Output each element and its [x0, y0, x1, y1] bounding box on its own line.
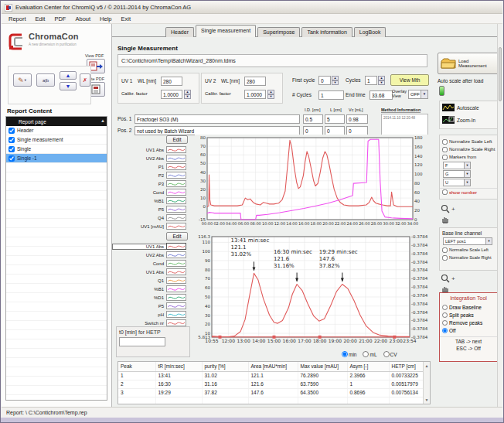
baseline-channel-dropdown[interactable]: LEFT pos1▼	[443, 237, 492, 245]
first-cycle-input[interactable]	[318, 76, 331, 85]
first-cycle-spinner[interactable]: ▲▼	[332, 76, 339, 85]
table-scrollbar[interactable]: ▲▼	[423, 362, 430, 404]
legend-item-p5[interactable]: P5	[113, 205, 190, 213]
integration-radio-remove-peaks[interactable]: Remove peaks	[440, 319, 497, 326]
scroll-down-icon[interactable]: ▼	[424, 397, 430, 402]
upper-chart[interactable]: 00:0002:0004:0006:0008:0010:0012:0014:00…	[195, 135, 431, 229]
delete-page-button[interactable]: ✗	[80, 73, 90, 87]
tab-logbook[interactable]: LogBook	[354, 27, 387, 37]
legend-curve-icon[interactable]	[166, 251, 186, 258]
uv2-wl-input[interactable]	[244, 77, 266, 86]
pos1-id-input[interactable]	[303, 114, 323, 124]
legend-curve-icon[interactable]	[166, 172, 186, 179]
tab-superimpose[interactable]: Superimpose	[257, 27, 300, 37]
uv1-calibr-input[interactable]	[161, 90, 182, 99]
menu-edit[interactable]: Edit	[31, 15, 50, 23]
integration-radio-split-peaks[interactable]: Split peaks	[440, 311, 497, 319]
uv2-calibr-input[interactable]	[244, 90, 266, 99]
marker-select-2[interactable]: G▼	[443, 170, 471, 178]
view-mth-button[interactable]: View Mth	[390, 74, 429, 86]
tab-header[interactable]: Header	[165, 27, 194, 37]
autoscale-led[interactable]	[439, 86, 444, 96]
report-item-checkbox[interactable]	[9, 155, 15, 162]
markers-from-checkbox[interactable]: Markers from	[440, 153, 497, 161]
menu-about[interactable]: About	[70, 15, 95, 23]
legend-item-uv1-mau[interactable]: UV1 [mAU]	[113, 222, 190, 230]
table-column-tr-min-sec[interactable]: tR [min:sec]	[155, 362, 202, 371]
pos1-length-input[interactable]	[325, 114, 345, 124]
unit-radio-ml[interactable]: mL	[363, 351, 376, 357]
magnifier-icon[interactable]	[441, 274, 450, 283]
legend-curve-icon[interactable]	[166, 268, 186, 275]
marker-select-3[interactable]: U▼	[443, 179, 471, 186]
menu-exit[interactable]: Exit	[117, 15, 136, 23]
legend-curve-icon[interactable]	[166, 197, 186, 204]
unit-radio-min[interactable]: min	[342, 351, 356, 357]
legend-item-b1[interactable]: %B1	[113, 196, 190, 205]
table-column-area-mau-min[interactable]: Area [mAU*min]	[248, 362, 298, 371]
legend-curve-icon[interactable]	[166, 302, 186, 309]
table-column-peak[interactable]: Peak	[118, 362, 155, 371]
integration-radio-draw-baseline[interactable]: Draw Baseline	[440, 303, 497, 311]
table-column-max-value-mau[interactable]: Max value [mAU]	[298, 362, 347, 371]
legend-item-p1[interactable]: P1	[113, 162, 190, 171]
legend-item-uv1-abs[interactable]: UV1 Abs	[113, 145, 190, 154]
scroll-up-icon[interactable]: ▲	[100, 118, 105, 123]
legend-curve-icon[interactable]	[166, 180, 186, 187]
move-up-button[interactable]: ▲	[60, 71, 77, 80]
report-item-header[interactable]: Header	[6, 126, 107, 135]
legend-curve-icon[interactable]	[166, 223, 186, 230]
cycles-spinner[interactable]: ▲▼	[378, 76, 385, 85]
unit-radio-cv[interactable]: CV	[383, 351, 397, 357]
tab-tank-information[interactable]: Tank information	[301, 27, 352, 37]
table-column-asym[interactable]: Asym [-]	[347, 362, 389, 371]
autoscale-button[interactable]: Autoscale	[440, 101, 497, 114]
legend-curve-icon[interactable]	[166, 285, 186, 292]
table-row[interactable]: 113:4131.02121.176.28902.39660.00733225	[118, 371, 424, 380]
zoom-plus-icon[interactable]: +	[451, 206, 455, 213]
legend-item-uv2-abs[interactable]: UV2 Abs	[113, 251, 190, 259]
legend-curve-icon[interactable]	[166, 214, 186, 221]
legend-item-p2[interactable]: P2	[113, 171, 190, 179]
show-number-checkbox[interactable]: show number	[440, 188, 497, 196]
report-item-single-1[interactable]: Single -1	[6, 154, 107, 163]
magnifier-icon[interactable]	[441, 204, 450, 213]
menu-help[interactable]: Help	[95, 15, 116, 23]
menu-pdf[interactable]: PDF	[49, 15, 70, 23]
scrollbar-thumb[interactable]	[499, 47, 502, 101]
legend-item-p5[interactable]: P5	[113, 302, 190, 310]
legend-item-uv1-abs[interactable]: UV1 Abs	[113, 268, 190, 276]
legend-item-uv1-abs[interactable]: UV1 Abs	[113, 242, 190, 251]
window-scrollbar[interactable]	[497, 24, 502, 407]
legend-curve-icon[interactable]	[166, 319, 186, 326]
report-item-checkbox[interactable]	[9, 146, 15, 152]
report-item-single-measurement[interactable]: Single measurement	[6, 135, 107, 145]
integration-radio-off[interactable]: Off	[440, 326, 497, 334]
legend-item-q4[interactable]: Q4	[113, 213, 190, 222]
lower-legend-edit-button[interactable]: Edit	[166, 232, 188, 240]
load-measurement-button[interactable]: Load Measurement	[438, 53, 499, 74]
pos1-input[interactable]	[135, 114, 300, 124]
tab-single-measurement[interactable]: Single measurement	[196, 25, 256, 37]
zoom-plus-icon[interactable]: +	[451, 275, 455, 282]
legend-curve-icon[interactable]	[166, 163, 186, 170]
edit-report-button[interactable]: ✎▼	[13, 73, 32, 87]
legend-item-b1[interactable]: %B1	[113, 285, 190, 293]
overlay-view-dropdown[interactable]: OFF▼	[408, 90, 428, 99]
pos1-vc-input[interactable]	[346, 114, 368, 124]
legend-item-cond[interactable]: Cond	[113, 259, 190, 268]
table-row[interactable]	[118, 397, 424, 404]
report-item-single[interactable]: Single	[6, 145, 107, 154]
end-time-input[interactable]	[369, 90, 393, 100]
zoom-in-button[interactable]: Zoom-In	[440, 114, 497, 126]
table-column-hetp-cm[interactable]: HETP [cm]	[389, 362, 424, 371]
legend-item-q1[interactable]: Q1	[113, 276, 190, 285]
legend-item-ph[interactable]: pH	[113, 310, 190, 319]
legend-curve-icon[interactable]	[166, 243, 186, 250]
legend-curve-icon[interactable]	[166, 294, 186, 301]
legend-curve-icon[interactable]	[166, 206, 186, 213]
legend-curve-icon[interactable]	[166, 311, 186, 318]
legend-item-d1[interactable]: %D1	[113, 293, 190, 302]
report-item-checkbox[interactable]	[9, 128, 15, 134]
legend-curve-icon[interactable]	[166, 260, 186, 267]
